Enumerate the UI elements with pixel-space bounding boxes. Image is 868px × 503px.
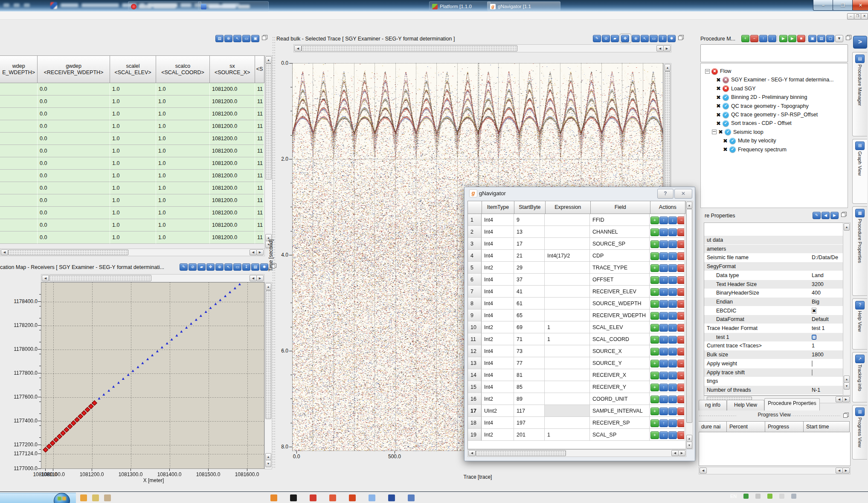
gnavigator-cell[interactable]: 1 bbox=[545, 333, 590, 345]
properties-vscrollbar[interactable]: ▲ ▲ ▼ bbox=[843, 223, 851, 396]
row-up-icon[interactable]: ↑ bbox=[659, 324, 668, 332]
property-value[interactable]: ✖ bbox=[812, 308, 843, 314]
table-cell[interactable]: 1.0 bbox=[156, 95, 210, 108]
taskbar-icon[interactable] bbox=[270, 494, 277, 501]
gnavigator-cell[interactable]: Int4 bbox=[482, 250, 514, 262]
table-row[interactable]: 0.01.01.01081200.011 bbox=[0, 133, 264, 145]
gnavigator-row[interactable]: 10Int2691SCAL_ELEV+↑↓− bbox=[468, 321, 685, 333]
table-cell[interactable]: 1081200.0 bbox=[210, 170, 255, 182]
remove-icon[interactable]: − bbox=[750, 35, 758, 42]
gnavigator-cell[interactable]: TRACE_TYPE bbox=[590, 262, 650, 274]
progress-column-header[interactable]: Progress bbox=[765, 421, 804, 432]
remove-row-icon[interactable]: − bbox=[677, 419, 685, 427]
table-cell[interactable]: 1.0 bbox=[156, 182, 210, 194]
gnavigator-column-header[interactable] bbox=[468, 201, 482, 214]
gnavigator-cell[interactable]: RECEIVER_SP bbox=[590, 417, 650, 429]
add-row-icon[interactable]: + bbox=[650, 360, 659, 367]
table-cell[interactable]: 1.0 bbox=[110, 219, 156, 231]
table-cell[interactable]: 1.0 bbox=[156, 219, 210, 231]
property-row[interactable]: Seismic file nameD:/Data/De bbox=[704, 253, 843, 262]
add-row-icon[interactable]: + bbox=[650, 408, 659, 415]
gnavigator-cell[interactable]: Int4 bbox=[482, 369, 514, 381]
tree-node-label[interactable]: Frequency spectrum bbox=[738, 147, 787, 153]
gnavigator-cell[interactable]: 89 bbox=[514, 393, 545, 405]
remove-row-icon[interactable]: − bbox=[677, 372, 685, 379]
gnavigator-cell[interactable]: SAMPLE_INTERVAL bbox=[590, 405, 650, 417]
row-down-icon[interactable]: ↓ bbox=[668, 240, 677, 248]
gnavigator-vscrollbar[interactable]: ▲ ▲ ▼ bbox=[685, 201, 693, 449]
table-vscrollbar[interactable]: ▲ ▲ ▼ bbox=[264, 55, 273, 249]
table-cell[interactable]: 1081200.0 bbox=[210, 145, 255, 157]
gnavigator-cell[interactable]: 117 bbox=[514, 405, 545, 417]
table-row[interactable]: 0.01.01.01081200.011 bbox=[0, 194, 264, 207]
settings-icon[interactable]: ✱ bbox=[260, 263, 268, 271]
system-tray[interactable]: EN bbox=[730, 494, 796, 499]
table-cell[interactable]: 1.0 bbox=[110, 182, 156, 194]
row-number[interactable]: 19 bbox=[468, 429, 482, 441]
table-cell[interactable]: 11 bbox=[255, 108, 264, 120]
row-up-icon[interactable]: ↑ bbox=[659, 288, 668, 296]
add-row-icon[interactable]: + bbox=[650, 240, 659, 248]
gnavigator-cell[interactable] bbox=[545, 262, 590, 274]
table-row[interactable]: 0.01.01.01081200.011 bbox=[0, 108, 264, 120]
enabled-checkbox[interactable]: ✖ bbox=[716, 85, 721, 92]
gnavigator-cell[interactable] bbox=[545, 238, 590, 250]
edit-icon[interactable]: ✎ bbox=[180, 263, 188, 271]
enabled-checkbox[interactable]: ✖ bbox=[723, 138, 728, 144]
table-cell[interactable]: 11 bbox=[255, 83, 264, 95]
gnavigator-cell[interactable]: RECEIVER_WDEPTH bbox=[590, 309, 650, 321]
row-down-icon[interactable]: ↓ bbox=[668, 408, 677, 415]
table-cell[interactable]: 1.0 bbox=[110, 157, 156, 170]
row-up-icon[interactable]: ↑ bbox=[659, 348, 668, 356]
property-row[interactable]: DataFormatDefault bbox=[704, 315, 843, 324]
gnavigator-cell[interactable]: 37 bbox=[514, 274, 545, 286]
remove-row-icon[interactable]: − bbox=[677, 324, 685, 332]
collapse-panel-button[interactable]: > bbox=[853, 36, 867, 49]
column-header[interactable]: scalel<SCAL_ELEV> bbox=[110, 56, 156, 83]
tab-graph-view[interactable]: ⊞Graph View bbox=[852, 139, 867, 204]
row-down-icon[interactable]: ↓ bbox=[668, 372, 677, 379]
row-number[interactable]: 13 bbox=[468, 357, 482, 369]
hscroll-slider[interactable] bbox=[8, 249, 128, 255]
gnavigator-cell[interactable]: Int2 bbox=[482, 393, 514, 405]
table-cell[interactable]: 1.0 bbox=[110, 207, 156, 219]
table-cell[interactable]: 1081200.0 bbox=[210, 157, 255, 170]
property-value[interactable]: D:/Data/De bbox=[812, 254, 843, 260]
row-up-icon[interactable]: ↑ bbox=[659, 396, 668, 403]
row-down-icon[interactable]: ↓ bbox=[668, 324, 677, 332]
table-cell[interactable] bbox=[0, 133, 38, 145]
table-editor-icon[interactable]: ▦ bbox=[812, 335, 816, 340]
remove-row-icon[interactable]: − bbox=[677, 396, 685, 403]
gnavigator-column-header[interactable]: ItemType bbox=[482, 201, 514, 214]
table-cell[interactable]: 11 bbox=[255, 207, 264, 219]
remove-row-icon[interactable]: − bbox=[677, 252, 685, 260]
enabled-checkbox[interactable]: ✖ bbox=[716, 120, 721, 127]
procedure-filter-box[interactable] bbox=[700, 44, 848, 62]
tree-node[interactable]: ✖✔Sort traces - CDP - Offset bbox=[716, 119, 847, 127]
gnavigator-row[interactable]: 15Int485RECEIVER_Y+↑↓− bbox=[468, 381, 685, 393]
scroll-right-icon[interactable]: ▶ bbox=[678, 450, 685, 456]
table-cell[interactable]: 1081200.0 bbox=[210, 219, 255, 231]
tray-icon[interactable] bbox=[791, 494, 796, 499]
enabled-checkbox[interactable]: ✖ bbox=[716, 77, 721, 83]
table-cell[interactable]: 1.0 bbox=[110, 120, 156, 133]
row-down-icon[interactable]: ↓ bbox=[668, 228, 677, 236]
table-cell[interactable]: 1081200.0 bbox=[210, 231, 255, 244]
gnavigator-cell[interactable]: 21 bbox=[514, 250, 545, 262]
gnavigator-cell[interactable]: Int2 bbox=[482, 262, 514, 274]
table-cell[interactable]: 1081200.0 bbox=[210, 207, 255, 219]
table-cell[interactable]: 11 bbox=[255, 133, 264, 145]
gnavigator-cell[interactable] bbox=[545, 286, 590, 298]
edit-icon[interactable]: ✎ bbox=[593, 35, 601, 42]
table-cell[interactable] bbox=[0, 170, 38, 182]
table-cell[interactable] bbox=[0, 157, 38, 170]
row-up-icon[interactable]: ↑ bbox=[659, 312, 668, 320]
hscroll-slider[interactable] bbox=[476, 450, 566, 456]
maximize-button[interactable]: ❒ bbox=[833, 0, 853, 11]
close-icon[interactable]: ✕ bbox=[674, 189, 692, 199]
tree-node-label[interactable]: Sort traces - CDP - Offset bbox=[731, 120, 792, 126]
property-row[interactable]: tings bbox=[704, 377, 843, 385]
fill-icon[interactable]: ▰ bbox=[197, 263, 206, 271]
property-value[interactable]: Land bbox=[812, 272, 843, 278]
gnavigator-cell[interactable]: Int4 bbox=[482, 274, 514, 286]
